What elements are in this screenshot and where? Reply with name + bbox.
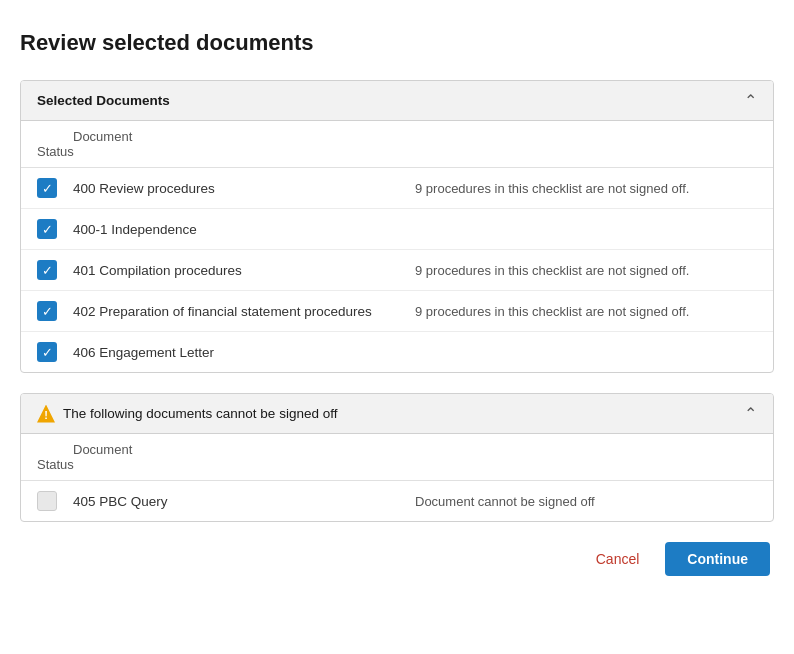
checkmark-icon: ✓ (42, 264, 53, 277)
continue-button[interactable]: Continue (665, 542, 770, 576)
checkbox-disabled (37, 491, 57, 511)
checkbox-checked[interactable]: ✓ (37, 178, 57, 198)
selected-section-header: Selected Documents ⌃ (21, 81, 773, 121)
table-row: ✓400 Review procedures9 procedures in th… (21, 168, 773, 209)
doc-name: 406 Engagement Letter (73, 345, 415, 360)
checkmark-icon: ✓ (42, 182, 53, 195)
selected-documents-section: Selected Documents ⌃ Document Status ✓40… (20, 80, 774, 373)
table-row: ✓402 Preparation of financial statement … (21, 291, 773, 332)
checkmark-icon: ✓ (42, 223, 53, 236)
doc-status: 9 procedures in this checklist are not s… (415, 263, 757, 278)
doc-name: 400 Review procedures (73, 181, 415, 196)
warning-header-left: The following documents cannot be signed… (37, 405, 337, 423)
checkbox-checked[interactable]: ✓ (37, 342, 57, 362)
table-row: ✓400-1 Independence (21, 209, 773, 250)
warning-collapse-icon[interactable]: ⌃ (744, 404, 757, 423)
selected-rows-container: ✓400 Review procedures9 procedures in th… (21, 168, 773, 372)
warning-table-header: Document Status (21, 434, 773, 481)
checkbox-checked[interactable]: ✓ (37, 219, 57, 239)
checkbox-checked[interactable]: ✓ (37, 260, 57, 280)
selected-collapse-icon[interactable]: ⌃ (744, 91, 757, 110)
selected-status-col-header: Status (37, 144, 397, 159)
doc-status: Document cannot be signed off (415, 494, 757, 509)
selected-header-left: Selected Documents (37, 93, 170, 108)
warning-triangle-icon (37, 405, 55, 423)
warning-rows-container: 405 PBC QueryDocument cannot be signed o… (21, 481, 773, 521)
cancel-button[interactable]: Cancel (582, 543, 654, 575)
warning-status-col-header: Status (37, 457, 397, 472)
warning-section-title: The following documents cannot be signed… (63, 406, 337, 421)
warning-doc-col-header: Document (37, 442, 757, 457)
table-row: ✓406 Engagement Letter (21, 332, 773, 372)
table-row: ✓401 Compilation procedures9 procedures … (21, 250, 773, 291)
doc-status: 9 procedures in this checklist are not s… (415, 181, 757, 196)
checkbox-checked[interactable]: ✓ (37, 301, 57, 321)
doc-name: 405 PBC Query (73, 494, 415, 509)
selected-doc-col-header: Document (37, 129, 757, 144)
table-row: 405 PBC QueryDocument cannot be signed o… (21, 481, 773, 521)
checkmark-icon: ✓ (42, 346, 53, 359)
warning-section: The following documents cannot be signed… (20, 393, 774, 522)
checkmark-icon: ✓ (42, 305, 53, 318)
doc-name: 401 Compilation procedures (73, 263, 415, 278)
selected-section-title: Selected Documents (37, 93, 170, 108)
doc-name: 402 Preparation of financial statement p… (73, 304, 415, 319)
doc-status: 9 procedures in this checklist are not s… (415, 304, 757, 319)
doc-name: 400-1 Independence (73, 222, 415, 237)
warning-section-header: The following documents cannot be signed… (21, 394, 773, 434)
page-title: Review selected documents (20, 30, 774, 56)
selected-table-header: Document Status (21, 121, 773, 168)
footer: Cancel Continue (20, 542, 774, 576)
